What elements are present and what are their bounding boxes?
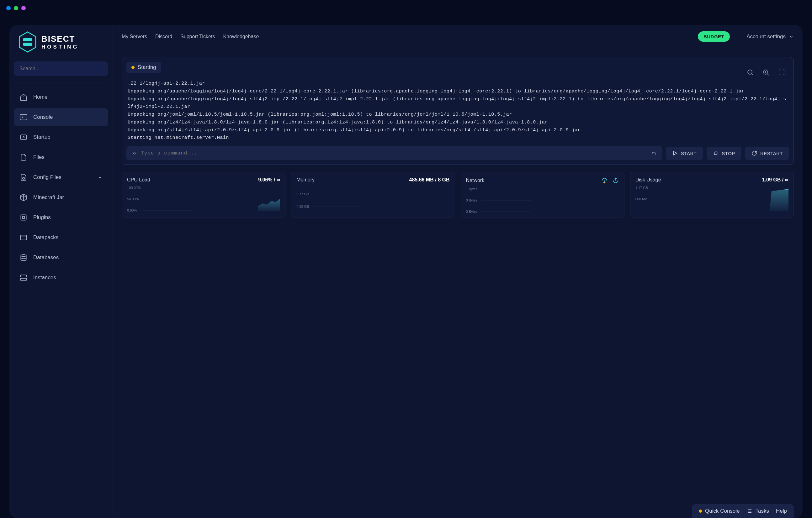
y-tick: 0 Bytes [466,199,478,202]
sidebar-item-files[interactable]: Files [14,148,108,166]
svg-rect-2 [23,42,32,46]
chevron-down-icon [789,34,794,39]
restart-button[interactable]: RESTART [745,147,789,160]
nav-label: Startup [33,134,51,141]
nav-label: Files [33,154,45,160]
svg-rect-4 [20,114,27,120]
terminal-icon [20,113,28,121]
sidebar-item-config[interactable]: Config Files [14,168,108,186]
cube-icon [20,193,28,202]
home-icon: 0 [20,93,28,101]
svg-point-10 [21,254,26,257]
quick-console-label: Quick Console [705,508,740,514]
logo-text-2: HOSTING [41,44,79,50]
chevron-down-icon [97,175,103,180]
account-label: Account settings [747,33,786,40]
upload-icon [612,177,619,184]
window-max-dot[interactable] [21,6,26,10]
svg-rect-8 [21,215,26,220]
stop-button[interactable]: STOP [706,147,742,160]
svg-text:0: 0 [23,96,25,99]
y-tick: 0 Bytes [466,210,478,213]
topbar-link-kb[interactable]: Knowledgebase [223,34,259,39]
y-tick: 1 Bytes [466,187,478,191]
topbar-link-tickets[interactable]: Support Tickets [180,34,215,39]
svg-rect-9 [20,235,27,240]
tasks-button[interactable]: Tasks [747,508,769,514]
sidebar-item-datapacks[interactable]: Datapacks [14,228,108,247]
command-input-wrap[interactable] [126,146,662,160]
status-dot-icon [132,66,135,69]
nav-label: Datapacks [33,235,58,241]
topbar: My Servers Discord Support Tickets Knowl… [113,25,803,48]
svg-rect-12 [20,278,27,280]
play-icon [672,150,678,156]
stat-network: Network 1 Bytes 0 Bytes 0 Bytes [461,172,625,217]
sidebar-item-plugins[interactable]: Plugins [14,208,108,226]
svg-marker-15 [674,151,677,155]
stop-label: STOP [722,151,735,156]
content-area: My Servers Discord Support Tickets Knowl… [113,25,803,518]
topbar-link-servers[interactable]: My Servers [122,34,147,39]
sidebar-item-console[interactable]: Console [14,108,108,126]
y-tick: 4.88 GB [296,205,309,208]
divider [14,82,108,83]
stat-label: CPU Load [127,177,150,183]
y-tick: 9.77 GB [296,192,309,196]
quick-console-button[interactable]: Quick Console [699,508,740,514]
sidebar-item-startup[interactable]: Startup [14,128,108,146]
window-min-dot[interactable] [14,6,18,10]
status-dot-icon [699,510,702,513]
status-text: Starting [138,64,156,70]
search-box[interactable] [14,61,108,76]
sidebar-item-databases[interactable]: Databases [14,248,108,267]
y-tick: 600 MB [635,197,647,201]
y-tick: 100.00% [127,186,141,190]
database-icon [20,253,28,262]
enter-icon[interactable] [651,150,657,156]
stop-icon [713,150,719,156]
config-icon [20,173,28,181]
plugin-icon [20,213,28,221]
y-tick: 50.00% [127,197,139,201]
stat-cpu: CPU Load 9.06% / ∞ 100.00% 50.00% 0.00% [122,172,285,217]
command-input[interactable] [141,150,647,156]
memory-chart: 9.77 GB 4.88 GB [296,186,450,211]
console-log[interactable]: .22.1/log4j-api-2.22.1.jar Unpacking org… [126,78,789,142]
sidebar-item-minecraft-jar[interactable]: Minecraft Jar [14,188,108,207]
window-close-dot[interactable] [6,6,11,10]
topbar-link-discord[interactable]: Discord [155,34,172,39]
start-button[interactable]: START [666,147,703,160]
svg-point-6 [23,136,24,138]
logo-text-1: BISECT [41,34,79,44]
stat-label: Disk Usage [635,177,661,183]
nav-label: Plugins [33,214,51,221]
help-button[interactable]: Help [776,508,787,514]
tasks-icon [747,508,752,514]
help-label: Help [776,508,787,514]
nav-label: Home [33,94,47,100]
stat-memory: Memory 485.66 MB / 8 GB 9.77 GB 4.88 GB [291,172,455,217]
zoom-in-icon[interactable] [762,69,770,76]
account-settings[interactable]: Account settings [747,33,794,40]
sidebar: BISECT HOSTING 0 Home Console Startup [9,25,113,518]
zoom-out-icon[interactable] [747,69,754,76]
y-tick: 1.17 GB [635,186,648,190]
svg-rect-11 [20,275,27,277]
svg-marker-0 [20,32,36,52]
status-chip: Starting [126,62,161,73]
prompt-icon [132,150,137,156]
tasks-label: Tasks [756,508,769,514]
y-tick: 0.00% [127,208,137,212]
nav-label: Databases [33,254,59,261]
sidebar-item-home[interactable]: 0 Home [14,88,108,106]
budget-badge[interactable]: BUDGET [698,31,730,42]
start-label: START [681,151,697,156]
console-panel: Starting .22.1/log4j-api-2.22.1.jar Unpa… [122,57,794,165]
svg-rect-1 [23,38,32,41]
svg-rect-5 [20,135,27,140]
search-input[interactable] [20,66,103,71]
fullscreen-icon[interactable] [778,69,785,76]
sidebar-item-instances[interactable]: Instances [14,269,108,287]
restart-label: RESTART [760,151,783,156]
